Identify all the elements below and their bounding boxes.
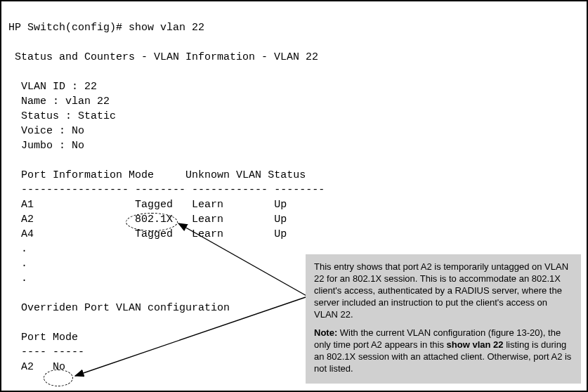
- override-div-c1: ----: [21, 346, 46, 358]
- row0-status: Up: [274, 199, 287, 211]
- cli-screenshot-frame: HP Switch(config)# show vlan 22 Status a…: [0, 0, 588, 392]
- status-value: Static: [78, 110, 116, 122]
- vlan-id-value: 22: [84, 81, 97, 93]
- divider-c1: -----------------: [21, 184, 129, 196]
- col-unknown-header: Unknown VLAN: [185, 169, 261, 181]
- row0-port: A1: [21, 199, 34, 211]
- row2-port: A4: [21, 228, 34, 240]
- override-port-header: Port: [21, 332, 46, 344]
- callout-para-2: Note: With the current VLAN configuratio…: [314, 327, 573, 375]
- col-status-header: Status: [268, 169, 306, 181]
- row1-mode: 802.1X: [135, 214, 173, 226]
- divider-c2: --------: [135, 184, 185, 196]
- col-mode-header: Mode: [129, 169, 154, 181]
- name-label: Name :: [21, 96, 65, 107]
- row0-unknown: Learn: [192, 199, 223, 211]
- row2-status: Up: [274, 228, 287, 240]
- row1-unknown: Learn: [192, 214, 223, 226]
- row0-mode: Tagged: [135, 199, 173, 211]
- ellipsis-row: .: [21, 258, 27, 270]
- status-label: Status :: [21, 110, 78, 122]
- ellipsis-row: .: [21, 273, 27, 285]
- jumbo-value: No: [72, 140, 84, 152]
- voice-value: No: [72, 125, 84, 137]
- voice-label: Voice :: [21, 125, 72, 137]
- callout-box: This entry shows that port A2 is tempora…: [306, 254, 581, 384]
- cli-prompt-line: HP Switch(config)# show vlan 22: [8, 22, 204, 34]
- row2-unknown: Learn: [192, 228, 223, 240]
- ellipsis-row: .: [21, 243, 27, 255]
- row2-mode: Tagged: [135, 228, 173, 240]
- jumbo-label: Jumbo :: [21, 140, 72, 152]
- callout-bold-cmd: show vlan 22: [447, 339, 504, 350]
- override-title: Overriden Port VLAN configuration: [21, 302, 230, 314]
- callout-para-1: This entry shows that port A2 is tempora…: [314, 261, 573, 320]
- note-label: Note:: [314, 327, 337, 338]
- vlan-id-label: VLAN ID :: [21, 81, 84, 93]
- override-row-mode: No: [53, 361, 65, 373]
- row1-port: A2: [21, 214, 34, 226]
- divider-c3: ------------: [192, 184, 268, 196]
- override-div-c2: -----: [53, 346, 84, 358]
- row1-status: Up: [274, 214, 287, 226]
- section-title: Status and Counters - VLAN Information -…: [15, 51, 318, 63]
- divider-c4: --------: [274, 184, 325, 196]
- override-mode-header: Mode: [53, 332, 78, 344]
- col-port-header: Port Information: [21, 169, 122, 181]
- name-value: vlan 22: [65, 96, 110, 107]
- override-row-port: A2: [21, 361, 34, 373]
